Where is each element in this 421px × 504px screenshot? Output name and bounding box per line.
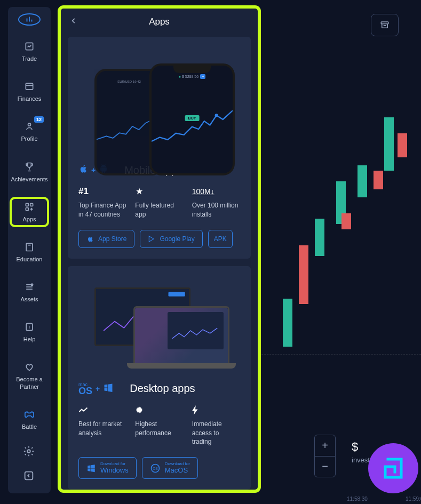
- macos-download-button[interactable]: OS Download for MacOS: [142, 457, 198, 479]
- windows-icon: [103, 382, 114, 395]
- archive-button[interactable]: [371, 14, 399, 36]
- svg-text:i: i: [29, 325, 30, 330]
- svg-point-5: [28, 123, 31, 126]
- feature-desc: Top Finance App in 47 countries: [78, 201, 126, 219]
- svg-rect-9: [26, 243, 33, 251]
- svg-rect-18: [25, 472, 33, 480]
- apk-button[interactable]: APK: [208, 230, 233, 248]
- achievements-icon: [23, 161, 35, 173]
- nav-help[interactable]: i Help: [11, 318, 48, 346]
- bolt-icon: [192, 405, 240, 415]
- apps-icon: [23, 201, 35, 213]
- nav-achievements[interactable]: Achievements: [11, 158, 48, 186]
- nav-assets[interactable]: Assets: [11, 278, 48, 306]
- mobile-mockup: EUR/USD 19:42 ●$ 5288.56+ BUY: [68, 37, 251, 154]
- trade-icon: [23, 41, 35, 52]
- svg-point-17: [27, 450, 30, 453]
- star-icon: [135, 186, 183, 197]
- heart-icon: [23, 361, 35, 373]
- floating-action-button[interactable]: [368, 443, 418, 493]
- nav-finances[interactable]: Finances: [11, 77, 48, 106]
- nav-label: Education: [17, 256, 43, 263]
- mobile-apps-card: EUR/USD 19:42 ●$ 5288.56+ BUY: [68, 37, 251, 259]
- nav-label: Profile: [21, 135, 37, 142]
- feature-stat: #1: [78, 186, 126, 197]
- nav-trade[interactable]: Trade: [11, 37, 48, 66]
- google-play-button[interactable]: Google Play: [140, 230, 202, 248]
- nav-education[interactable]: Education: [11, 238, 48, 266]
- battle-icon: [23, 409, 35, 420]
- education-icon: [23, 241, 35, 253]
- trend-icon: [78, 405, 126, 415]
- svg-rect-7: [30, 203, 33, 206]
- plus-icon: +: [96, 385, 100, 393]
- nav-label: Trade: [22, 55, 37, 62]
- stepper-plus[interactable]: +: [315, 435, 335, 457]
- amount-stepper[interactable]: + −: [314, 435, 336, 477]
- svg-rect-6: [26, 203, 28, 206]
- stepper-minus[interactable]: −: [315, 457, 335, 477]
- help-icon: i: [23, 321, 35, 333]
- feature-desc: Over 100 million installs: [192, 201, 240, 219]
- nav-label: Achievements: [11, 176, 47, 183]
- svg-rect-8: [26, 207, 28, 210]
- app-store-button[interactable]: App Store: [78, 230, 134, 248]
- profile-badge: 12: [34, 116, 44, 123]
- collapse-button[interactable]: [23, 470, 36, 483]
- feature-stat: 100M↓: [192, 186, 240, 197]
- feature-desc: Immediate access to trading: [192, 420, 240, 446]
- profile-icon: [23, 121, 35, 132]
- nav-label: Apps: [22, 216, 36, 223]
- desktop-mockup: [68, 266, 251, 373]
- sidebar: Trade Finances 12 Profile Achievements A…: [8, 7, 51, 493]
- macos-icon: mac OS: [78, 382, 92, 395]
- nav-profile[interactable]: 12 Profile: [11, 117, 48, 146]
- apple-icon: [78, 164, 88, 177]
- svg-rect-21: [169, 292, 185, 297]
- desktop-apps-card: mac OS + Desktop apps Best for market an…: [68, 266, 251, 490]
- feature-desc: Highest performance: [135, 420, 183, 438]
- svg-text:OS: OS: [153, 467, 158, 470]
- nav-label: Become a Partner: [11, 376, 48, 390]
- settings-button[interactable]: [23, 445, 36, 458]
- nav-battle[interactable]: Battle: [11, 405, 48, 434]
- nav-label: Assets: [20, 296, 38, 303]
- nav-label: Battle: [22, 423, 37, 430]
- app-logo[interactable]: [18, 13, 41, 26]
- svg-rect-3: [26, 83, 33, 90]
- invest-amount: $: [352, 440, 358, 454]
- feature-desc: Best for market analysis: [78, 420, 126, 438]
- apps-panel: Apps EUR/USD 19:42 ●$ 5288.56+ BUY: [59, 7, 259, 491]
- desktop-card-title: Desktop apps: [130, 382, 195, 395]
- nav-apps[interactable]: Apps: [11, 198, 48, 226]
- svg-rect-0: [381, 22, 388, 24]
- windows-download-button[interactable]: Download for Windows: [78, 457, 137, 479]
- svg-point-19: [215, 114, 218, 117]
- panel-title: Apps: [70, 17, 249, 27]
- assets-icon: [23, 281, 35, 293]
- nav-label: Help: [23, 336, 36, 343]
- finances-icon: [23, 81, 35, 92]
- nav-partner[interactable]: Become a Partner: [11, 358, 48, 393]
- nav-label: Finances: [18, 95, 42, 102]
- feature-desc: Fully featured app: [135, 201, 183, 219]
- gear-icon: [135, 405, 183, 415]
- invest-label: invest: [352, 456, 370, 464]
